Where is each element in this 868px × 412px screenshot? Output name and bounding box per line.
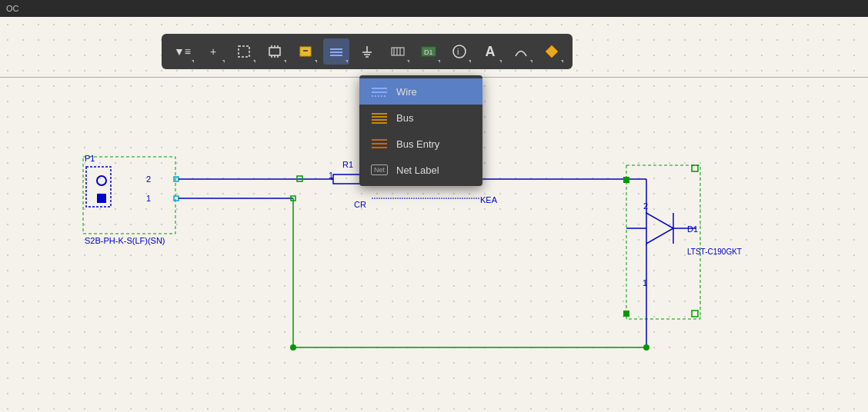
label-p1-sub: S2B-PH-K-S(LF)(SN): [85, 236, 165, 245]
bus-entry-menu-icon: [370, 137, 389, 151]
svg-rect-26: [692, 165, 698, 171]
add-icon: +: [210, 45, 216, 58]
svg-text:D1: D1: [424, 48, 433, 56]
component-button[interactable]: [262, 38, 288, 65]
bus-icon: [390, 45, 406, 58]
label-kea: KEA: [480, 195, 497, 204]
bus-button[interactable]: [385, 38, 411, 65]
info-icon: i: [452, 44, 467, 59]
dropdown-arrow: [561, 60, 563, 63]
svg-marker-55: [546, 45, 558, 58]
svg-rect-30: [239, 46, 249, 57]
svg-rect-5: [174, 196, 179, 201]
gnd-icon: [360, 45, 374, 58]
dropdown-arrow: [530, 60, 532, 63]
gnd-button[interactable]: [354, 38, 380, 65]
app-title: OC: [6, 4, 19, 13]
shape-button[interactable]: [539, 38, 565, 65]
label-d1-sub: LTST-C190GKT: [687, 248, 742, 256]
menu-item-net-label[interactable]: Net Net Label: [359, 157, 482, 183]
svg-rect-25: [623, 177, 629, 183]
filter-icon: ▼≡: [174, 45, 191, 58]
svg-rect-7: [297, 176, 302, 181]
svg-rect-31: [269, 48, 280, 55]
label-cr: CR: [354, 200, 366, 209]
menu-label-net-label: Net Label: [396, 164, 439, 176]
svg-point-23: [290, 344, 296, 351]
svg-rect-4: [174, 177, 179, 181]
netlabel-preview: Net: [371, 164, 388, 175]
dropdown-arrow: [346, 60, 348, 63]
dropdown-arrow: [192, 60, 194, 63]
label-d1-pin2: 2: [643, 201, 648, 211]
arc-button[interactable]: [508, 38, 534, 65]
label-pin2: 2: [146, 174, 151, 184]
svg-rect-3: [83, 157, 175, 234]
dropdown-arrow: [469, 60, 471, 63]
noconnect-icon: D1: [420, 45, 437, 58]
svg-rect-27: [692, 311, 698, 317]
dropdown-arrow: [499, 60, 502, 63]
power-button[interactable]: [292, 38, 319, 65]
dropdown-arrow: [284, 60, 286, 63]
menu-item-bus[interactable]: Bus: [359, 105, 482, 131]
wire-button[interactable]: [323, 38, 349, 65]
dropdown-arrow: [222, 60, 225, 63]
svg-rect-47: [392, 48, 404, 55]
select-rect-button[interactable]: [231, 38, 257, 65]
svg-rect-2: [97, 194, 106, 203]
svg-text:i: i: [457, 47, 459, 56]
label-r1-pin1: 1: [329, 171, 333, 180]
dropdown-arrow: [407, 60, 409, 63]
label-d1-pin1: 1: [643, 278, 647, 287]
text-button[interactable]: A: [477, 38, 503, 65]
shape-icon: [544, 44, 559, 59]
wire-menu-icon: [370, 85, 389, 98]
dropdown-arrow: [315, 60, 317, 63]
select-rect-icon: [237, 45, 251, 58]
bus-menu-icon: [370, 111, 389, 125]
filter-button[interactable]: ▼≡: [169, 38, 195, 65]
power-icon: [298, 45, 313, 58]
arc-icon: [513, 45, 529, 58]
svg-point-1: [97, 176, 106, 185]
label-p1: P1: [85, 154, 95, 163]
svg-rect-15: [626, 165, 700, 319]
toolbar: ▼≡ +: [162, 34, 573, 69]
text-icon: A: [486, 44, 496, 60]
dropdown-arrow: [253, 60, 255, 63]
svg-point-53: [453, 45, 466, 58]
svg-rect-38: [300, 47, 311, 56]
menu-label-wire: Wire: [396, 86, 417, 98]
add-button[interactable]: +: [200, 38, 226, 65]
component-icon: [268, 45, 282, 58]
menu-item-bus-entry[interactable]: Bus Entry: [359, 131, 482, 157]
info-button[interactable]: i: [446, 38, 472, 65]
svg-rect-28: [623, 311, 629, 317]
wire-btn-icon: [329, 45, 344, 58]
label-d1: D1: [687, 224, 698, 234]
svg-rect-0: [86, 167, 111, 207]
svg-rect-9: [291, 196, 295, 201]
svg-point-24: [643, 344, 649, 351]
menu-label-bus-entry: Bus Entry: [396, 138, 439, 150]
menu-item-wire[interactable]: Wire: [359, 78, 482, 105]
wire-dropdown-menu: Wire Bus Bus Entry Net Net Label: [359, 75, 482, 186]
noconnect-button[interactable]: D1: [416, 38, 442, 65]
label-pin1: 1: [146, 194, 151, 203]
menu-label-bus: Bus: [396, 112, 413, 124]
net-label-menu-icon: Net: [370, 163, 389, 177]
dropdown-arrow: [438, 60, 440, 63]
label-r1: R1: [342, 160, 353, 169]
svg-marker-16: [646, 213, 673, 244]
top-bar: OC: [0, 0, 868, 17]
